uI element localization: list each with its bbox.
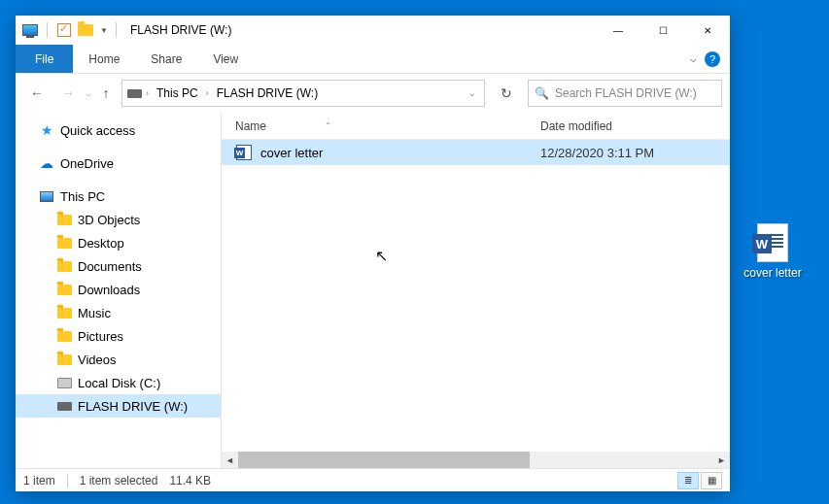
tree-label: FLASH DRIVE (W:) [78, 399, 188, 414]
column-headers: Name⌃ Date modified [222, 113, 730, 140]
up-button[interactable]: ↑ [94, 85, 118, 101]
star-icon: ★ [39, 122, 54, 138]
qat-customize-chevron-icon[interactable]: ▼ [100, 26, 108, 35]
tree-label: 3D Objects [78, 213, 140, 227]
search-placeholder: Search FLASH DRIVE (W:) [555, 86, 715, 100]
forward-button[interactable]: → [54, 80, 82, 107]
tree-pictures[interactable]: Pictures [16, 324, 221, 348]
address-dropdown-chevron-icon[interactable]: ⌵ [464, 88, 480, 98]
cloud-icon: ☁ [39, 155, 54, 171]
tree-label: Documents [78, 259, 142, 274]
tree-quick-access[interactable]: ★ Quick access [16, 118, 221, 142]
explorer-body: ★ Quick access ☁ OneDrive This PC 3D Obj… [16, 113, 730, 468]
desktop-file-cover-letter[interactable]: cover letter [736, 223, 810, 280]
scroll-thumb[interactable] [238, 452, 530, 468]
tab-home[interactable]: Home [73, 45, 135, 73]
tree-this-pc[interactable]: This PC [16, 185, 221, 208]
status-selection-count: 1 item selected [80, 474, 158, 487]
properties-checkbox-icon[interactable] [55, 21, 73, 39]
separator [47, 22, 48, 38]
search-box[interactable]: 🔍 Search FLASH DRIVE (W:) [528, 80, 722, 107]
tree-music[interactable]: Music [16, 301, 221, 324]
usb-drive-icon [56, 398, 72, 414]
navigation-bar: ← → ⌵ ↑ › This PC › FLASH DRIVE (W:) ⌵ ↻… [16, 74, 730, 113]
tree-local-disk[interactable]: Local Disk (C:) [16, 371, 221, 394]
horizontal-scrollbar[interactable]: ◄ ► [222, 452, 730, 468]
tree-label: Quick access [60, 123, 135, 138]
column-name-label: Name [235, 119, 266, 133]
status-item-count: 1 item [23, 474, 55, 487]
file-name: cover letter [260, 146, 540, 160]
address-bar[interactable]: › This PC › FLASH DRIVE (W:) ⌵ [121, 80, 485, 107]
folder-icon [56, 258, 72, 274]
chevron-right-icon[interactable]: › [204, 88, 211, 98]
separator [116, 22, 117, 38]
tree-3d-objects[interactable]: 3D Objects [16, 208, 221, 231]
file-list[interactable]: cover letter 12/28/2020 3:11 PM [222, 140, 730, 452]
tree-label: Videos [78, 353, 117, 367]
tree-videos[interactable]: Videos [16, 348, 221, 371]
tree-flash-drive[interactable]: FLASH DRIVE (W:) [16, 394, 221, 418]
folder-icon [56, 282, 72, 297]
folder-icon [56, 328, 72, 344]
thumbnails-view-button[interactable]: ▦ [701, 472, 722, 489]
tree-desktop[interactable]: Desktop [16, 231, 221, 254]
titlebar[interactable]: ▼ FLASH DRIVE (W:) — ☐ ✕ [16, 16, 730, 45]
file-explorer-window: ▼ FLASH DRIVE (W:) — ☐ ✕ File Home Share… [16, 16, 730, 491]
tree-label: Pictures [78, 329, 123, 344]
search-icon: 🔍 [535, 86, 549, 100]
word-document-icon [757, 223, 788, 262]
folder-icon [56, 305, 72, 320]
back-button[interactable]: ← [23, 80, 51, 107]
pc-icon[interactable] [21, 21, 39, 39]
column-name[interactable]: Name⌃ [222, 119, 533, 133]
folder-icon [56, 212, 72, 227]
status-bar: 1 item 1 item selected 11.4 KB ≣ ▦ [16, 468, 730, 491]
tab-share[interactable]: Share [135, 45, 197, 73]
breadcrumb-flash-drive[interactable]: FLASH DRIVE (W:) [213, 86, 322, 100]
chevron-right-icon[interactable]: › [144, 88, 151, 98]
recent-locations-chevron-icon[interactable]: ⌵ [86, 88, 90, 98]
status-selection-size: 11.4 KB [169, 474, 211, 487]
folder-icon [56, 352, 72, 367]
word-document-icon [235, 144, 253, 161]
tree-label: Music [78, 306, 111, 320]
close-button[interactable]: ✕ [685, 16, 730, 45]
ribbon-collapse-chevron-icon[interactable]: ⌵ [690, 52, 697, 65]
tab-view[interactable]: View [197, 45, 254, 73]
help-icon[interactable]: ? [705, 51, 720, 67]
breadcrumb-this-pc[interactable]: This PC [153, 86, 202, 100]
tree-label: Downloads [78, 283, 140, 297]
minimize-button[interactable]: — [596, 16, 640, 45]
tree-downloads[interactable]: Downloads [16, 278, 221, 301]
file-date: 12/28/2020 3:11 PM [540, 146, 730, 160]
view-buttons: ≣ ▦ [677, 472, 722, 489]
new-folder-icon[interactable] [77, 21, 94, 39]
content-pane: Name⌃ Date modified cover letter 12/28/2… [222, 113, 730, 468]
maximize-button[interactable]: ☐ [640, 16, 685, 45]
file-row[interactable]: cover letter 12/28/2020 3:11 PM [222, 140, 730, 165]
tree-label: Local Disk (C:) [78, 376, 160, 390]
disk-icon [56, 375, 72, 390]
tree-documents[interactable]: Documents [16, 254, 221, 278]
desktop-file-label: cover letter [743, 266, 801, 280]
tree-label: Desktop [78, 236, 124, 251]
navigation-pane[interactable]: ★ Quick access ☁ OneDrive This PC 3D Obj… [16, 113, 222, 468]
tree-label: This PC [60, 189, 105, 204]
scroll-left-button[interactable]: ◄ [222, 452, 238, 468]
scroll-right-button[interactable]: ► [713, 452, 730, 468]
scroll-track[interactable] [238, 452, 713, 468]
window-title: FLASH DRIVE (W:) [130, 23, 231, 37]
tree-label: OneDrive [60, 156, 114, 171]
window-controls: — ☐ ✕ [596, 16, 730, 45]
column-date-modified[interactable]: Date modified [533, 119, 730, 133]
separator [67, 474, 68, 487]
sort-indicator-icon: ⌃ [325, 121, 331, 130]
quick-access-toolbar: ▼ [16, 21, 126, 39]
folder-icon [56, 235, 72, 251]
pc-icon [39, 188, 54, 204]
tab-file[interactable]: File [16, 45, 73, 73]
details-view-button[interactable]: ≣ [677, 472, 699, 489]
tree-onedrive[interactable]: ☁ OneDrive [16, 151, 221, 175]
refresh-button[interactable]: ↻ [493, 80, 520, 107]
